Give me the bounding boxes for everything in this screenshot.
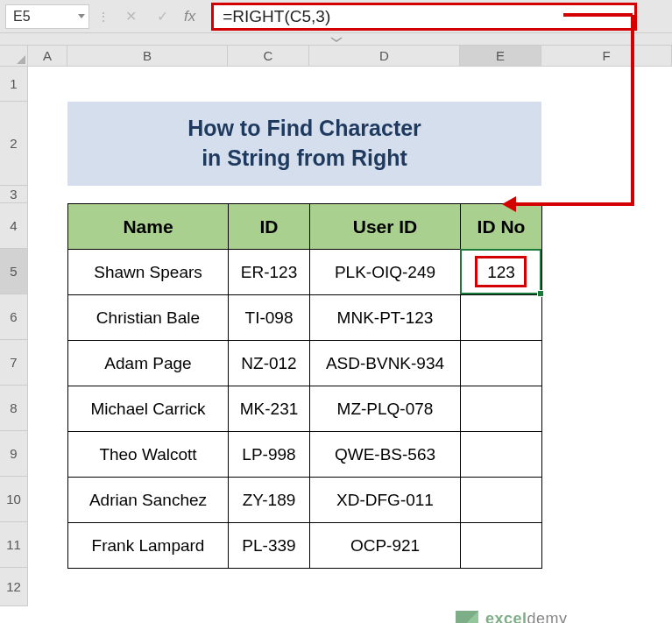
cell-name[interactable]: Michael Carrick (68, 386, 229, 432)
cell-idno[interactable] (461, 341, 542, 386)
name-box[interactable]: E5 (5, 4, 89, 29)
formula-text: =RIGHT(C5,3) (223, 7, 330, 26)
cell-userid[interactable]: QWE-BS-563 (310, 432, 461, 478)
cell-idno[interactable] (461, 432, 542, 478)
cell-idno[interactable]: 123 (461, 250, 542, 295)
row-header-11[interactable]: 11 (0, 522, 28, 568)
fx-icon[interactable]: fx (184, 8, 195, 25)
sheet-cells[interactable]: How to Find Character in String from Rig… (28, 67, 672, 606)
cell-id[interactable]: TI-098 (229, 295, 310, 341)
confirm-icon[interactable]: ✓ (152, 7, 172, 26)
cell-userid[interactable]: ASD-BVNK-934 (310, 341, 461, 386)
row-header-10[interactable]: 10 (0, 477, 28, 522)
annotation-arrow-head (502, 196, 516, 212)
exceldemy-logo-icon (456, 611, 478, 623)
cell-idno[interactable] (461, 478, 542, 523)
col-header-c[interactable]: C (228, 46, 309, 66)
cell-userid[interactable]: PLK-OIQ-249 (310, 250, 461, 295)
row-header-9[interactable]: 9 (0, 431, 28, 477)
header-id[interactable]: ID (229, 204, 310, 250)
cell-userid[interactable]: OCP-921 (310, 523, 461, 569)
row-header-1[interactable]: 1 (0, 67, 28, 102)
table-row: Adam Page NZ-012 ASD-BVNK-934 (68, 341, 542, 386)
watermark: exceldemy EXCEL · DATA · TIPS (456, 610, 577, 623)
cell-userid[interactable]: MNK-PT-123 (310, 295, 461, 341)
col-header-d[interactable]: D (309, 46, 460, 66)
cell-name[interactable]: Shawn Spears (68, 250, 229, 295)
annotation-arrow (563, 13, 633, 17)
title-merged-cell[interactable]: How to Find Character in String from Rig… (67, 102, 541, 186)
cell-name[interactable]: Theo Walcott (68, 432, 229, 478)
table-row: Theo Walcott LP-998 QWE-BS-563 (68, 432, 542, 478)
annotation-arrow (631, 15, 634, 204)
row-header-2[interactable]: 2 (0, 102, 28, 186)
title-line1: How to Find Character (187, 114, 421, 144)
cell-userid[interactable]: XD-DFG-011 (310, 478, 461, 523)
data-table: Name ID User ID ID No Shawn Spears ER-12… (67, 203, 542, 569)
col-header-f[interactable]: F (541, 46, 672, 66)
table-row: Adrian Sanchez ZY-189 XD-DFG-011 (68, 478, 542, 523)
row-header-3[interactable]: 3 (0, 186, 28, 203)
formula-bar: E5 ⋮ ✕ ✓ fx =RIGHT(C5,3) (0, 0, 672, 33)
cell-idno[interactable] (461, 523, 542, 569)
cell-name[interactable]: Frank Lampard (68, 523, 229, 569)
cell-userid[interactable]: MZ-PLQ-078 (310, 386, 461, 432)
row-header-8[interactable]: 8 (0, 386, 28, 431)
table-row: Christian Bale TI-098 MNK-PT-123 (68, 295, 542, 341)
row-header-7[interactable]: 7 (0, 340, 28, 386)
header-userid[interactable]: User ID (310, 204, 461, 250)
row-header-5[interactable]: 5 (0, 249, 28, 294)
cell-id[interactable]: PL-339 (229, 523, 310, 569)
watermark-text: exceldemy EXCEL · DATA · TIPS (485, 610, 577, 623)
cell-id[interactable]: NZ-012 (229, 341, 310, 386)
watermark-brand: exceldemy (485, 610, 577, 623)
chevron-down-icon[interactable] (78, 14, 85, 18)
cell-idno[interactable] (461, 386, 542, 432)
cell-id[interactable]: ZY-189 (229, 478, 310, 523)
cell-idno[interactable] (461, 295, 542, 341)
annotation-arrow (513, 202, 634, 206)
divider-icon: ⋮ (95, 4, 112, 29)
table-row: Frank Lampard PL-339 OCP-921 (68, 523, 542, 569)
column-headers: A B C D E F (0, 46, 672, 67)
formula-bar-expand[interactable] (0, 33, 672, 46)
cell-name[interactable]: Adrian Sanchez (68, 478, 229, 523)
col-header-b[interactable]: B (67, 46, 228, 66)
row-header-12[interactable]: 12 (0, 568, 28, 606)
cell-name[interactable]: Adam Page (68, 341, 229, 386)
row-headers: 1 2 3 4 5 6 7 8 9 10 11 12 (0, 67, 28, 606)
header-name[interactable]: Name (68, 204, 229, 250)
header-idno[interactable]: ID No (461, 204, 542, 250)
cell-id[interactable]: LP-998 (229, 432, 310, 478)
table-header-row: Name ID User ID ID No (68, 204, 542, 250)
spreadsheet-grid: 1 2 3 4 5 6 7 8 9 10 11 12 How to Find C… (0, 67, 672, 606)
col-header-a[interactable]: A (28, 46, 67, 66)
table-row: Michael Carrick MK-231 MZ-PLQ-078 (68, 386, 542, 432)
name-box-value: E5 (13, 9, 31, 25)
row-header-6[interactable]: 6 (0, 294, 28, 340)
cell-id[interactable]: MK-231 (229, 386, 310, 432)
col-header-e[interactable]: E (460, 46, 541, 66)
cell-name[interactable]: Christian Bale (68, 295, 229, 341)
cell-id[interactable]: ER-123 (229, 250, 310, 295)
chevron-down-icon (329, 36, 343, 43)
row-header-4[interactable]: 4 (0, 203, 28, 249)
title-line2: in String from Right (202, 144, 407, 173)
select-all-cell[interactable] (0, 46, 28, 66)
table-row: Shawn Spears ER-123 PLK-OIQ-249 123 (68, 250, 542, 295)
formula-bar-buttons: ✕ ✓ fx (121, 7, 202, 26)
cancel-icon[interactable]: ✕ (121, 7, 140, 26)
